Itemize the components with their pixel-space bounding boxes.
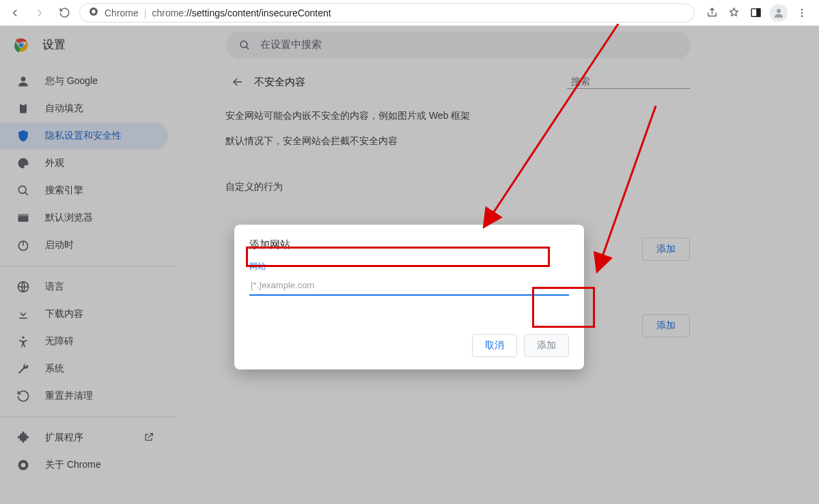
svg-point-5 xyxy=(801,9,803,11)
chrome-icon xyxy=(88,6,99,19)
svg-point-4 xyxy=(777,9,781,13)
profile-avatar[interactable] xyxy=(770,4,788,22)
dialog-add-button[interactable]: 添加 xyxy=(524,334,569,357)
bookmark-star-icon[interactable] xyxy=(726,5,741,20)
side-panel-icon[interactable] xyxy=(748,5,763,20)
reload-button[interactable] xyxy=(55,3,74,23)
forward-nav-button[interactable] xyxy=(30,3,49,23)
back-nav-button[interactable] xyxy=(5,3,25,23)
dialog-title: 添加网站 xyxy=(249,238,569,251)
address-app-name: Chrome xyxy=(105,8,139,18)
svg-point-6 xyxy=(801,12,803,14)
settings-app: 设置 在设置中搜索 您与 Google 自动填充 隐私设置和安全性 外观 搜索 xyxy=(0,26,819,504)
site-url-input[interactable] xyxy=(249,275,569,296)
dialog-field-label: 网站 xyxy=(249,261,569,272)
dialog-cancel-button[interactable]: 取消 xyxy=(472,334,517,357)
svg-point-7 xyxy=(801,15,803,17)
browser-toolbar: Chrome | chrome://settings/content/insec… xyxy=(0,0,819,26)
add-site-dialog: 添加网站 网站 取消 添加 xyxy=(234,225,584,369)
address-bar[interactable]: Chrome | chrome://settings/content/insec… xyxy=(79,3,695,23)
address-url: chrome://settings/content/insecureConten… xyxy=(152,8,331,18)
kebab-menu-icon[interactable] xyxy=(794,5,809,20)
address-separator: | xyxy=(144,8,147,18)
svg-point-1 xyxy=(92,10,95,13)
share-icon[interactable] xyxy=(704,5,719,20)
svg-rect-3 xyxy=(756,9,760,16)
toolbar-right-icons xyxy=(700,4,814,22)
